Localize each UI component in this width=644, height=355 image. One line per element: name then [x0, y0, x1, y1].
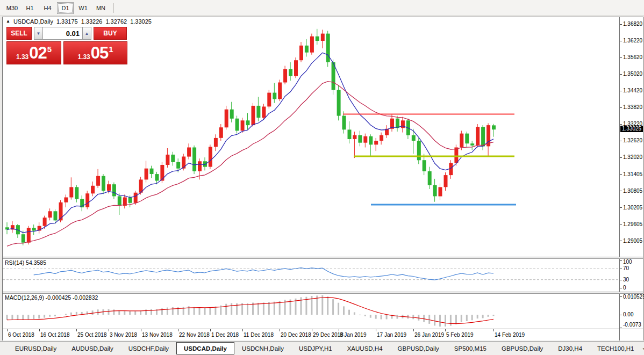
timeframe-button-m30[interactable]: M30: [4, 2, 20, 14]
macd-axis-label: 0.00: [623, 311, 633, 317]
price-axis-tick: [620, 224, 622, 224]
bid-price-major: 1.33: [16, 53, 28, 61]
bid-price-button[interactable]: 1.33 02 5: [6, 41, 61, 64]
symbol-tab-eurusd-daily[interactable]: EURUSD,Daily: [8, 343, 64, 354]
price-axis-label: 1.35020: [623, 71, 642, 77]
symbol-tab-sp500-m15[interactable]: SP500,M15: [447, 343, 494, 354]
date-axis-label: 11 Dec 2018: [244, 332, 274, 338]
symbol-tab-usdcnh-daily[interactable]: USDCNH,Daily: [234, 343, 291, 354]
price-axis-label: 1.29005: [623, 238, 642, 244]
rsi-axis-label: 70: [623, 265, 629, 271]
symbol-tab-gbpusd-daily[interactable]: GBPUSD,Daily: [390, 343, 447, 354]
symbol-tab-dj30-h4[interactable]: DJ30,H4: [550, 343, 590, 354]
price-axis-tick: [620, 207, 622, 208]
date-axis-tick: [39, 329, 40, 331]
macd-axis-tick: [620, 328, 622, 328]
price-axis-label: 1.32620: [623, 137, 642, 143]
macd-axis-label: -0.0073: [623, 322, 641, 328]
ask-price-pips: 05: [91, 45, 108, 61]
price-axis-tick: [620, 191, 622, 191]
symbol-tab-audusd-daily[interactable]: AUDUSD,Daily: [64, 343, 120, 354]
price-axis-tick: [620, 174, 622, 175]
price-axis-label: 1.31405: [623, 171, 642, 177]
date-axis-tick: [413, 329, 414, 331]
one-click-trade-panel: SELL ▼ ▲ BUY 1.33 02 5 1.33 05 1: [6, 27, 130, 64]
symbol-tab-usdcad-daily[interactable]: USDCAD,Daily: [176, 342, 234, 354]
timeframe-button-mn[interactable]: MN: [92, 2, 109, 14]
symbol-tab-tech100-h1[interactable]: TECH100,H1: [590, 343, 641, 354]
volume-decrease-button[interactable]: ▼: [34, 27, 43, 40]
price-axis-tick: [620, 41, 622, 41]
date-axis-label: 16 Oct 2018: [40, 332, 69, 338]
chevron-down-icon: ▼: [37, 31, 41, 36]
volume-increase-button[interactable]: ▲: [82, 27, 91, 40]
date-axis-tick: [312, 329, 312, 331]
sell-button[interactable]: SELL: [6, 27, 32, 40]
symbol-tab-gbpusd-daily[interactable]: GBPUSD,Daily: [494, 343, 550, 354]
date-axis-tick: [141, 329, 141, 331]
date-axis-tick: [7, 329, 8, 331]
price-axis-tick: [620, 57, 622, 58]
date-axis-tick: [445, 329, 446, 331]
date-axis-label: 20 Dec 2018: [281, 332, 311, 338]
rsi-axis: 10070300: [619, 259, 643, 292]
symbol-tab-xauusd-h4[interactable]: XAUUSD,H4: [340, 343, 390, 354]
price-axis-label: 1.32020: [623, 154, 642, 160]
price-axis-label: 1.35620: [623, 54, 642, 60]
chart-close-value: 1.33025: [130, 18, 152, 25]
rsi-label: RSI(14) 54.3585: [5, 259, 46, 266]
rsi-chart[interactable]: [3, 259, 619, 292]
date-axis-label: 6 Oct 2018: [8, 332, 34, 338]
chart-high-value: 1.33226: [81, 18, 103, 25]
date-axis-label: 29 Dec 2018: [313, 332, 344, 338]
symbol-tab-usdjpy-h1[interactable]: USDJPY,H1: [291, 343, 340, 354]
price-axis-label: 1.34420: [623, 88, 642, 93]
price-pane: ▲ USDCAD,Daily 1.33175 1.33226 1.32762 1…: [3, 17, 619, 257]
chart-symbol-title: USDCAD,Daily: [13, 18, 53, 25]
date-axis-label: 22 Nov 2018: [179, 332, 210, 338]
symbol-tab-usdchf-daily[interactable]: USDCHF,Daily: [121, 343, 176, 354]
date-axis-tick: [109, 329, 109, 331]
date-axis-label: 5 Feb 2019: [446, 332, 474, 338]
timeframe-button-d1[interactable]: D1: [57, 2, 74, 14]
ask-price-button[interactable]: 1.33 05 1: [63, 41, 127, 64]
price-axis-tick: [620, 157, 622, 158]
date-axis-tick: [76, 329, 77, 331]
rsi-axis-tick: [620, 280, 622, 280]
volume-input[interactable]: [43, 27, 82, 40]
ask-price-major: 1.33: [77, 53, 90, 61]
date-axis: 6 Oct 201816 Oct 201825 Oct 20183 Nov 20…: [3, 329, 619, 340]
price-axis-tick: [620, 141, 622, 141]
date-axis-label: 1 Dec 2018: [211, 332, 239, 338]
price-axis-label: 1.36820: [623, 21, 642, 27]
rsi-axis-label: 30: [623, 277, 629, 282]
price-axis-label: 1.29605: [623, 221, 642, 227]
collapse-trade-panel-icon[interactable]: ▲: [6, 19, 10, 24]
timeframe-button-w1[interactable]: W1: [75, 2, 91, 14]
date-axis-label: 3 Nov 2018: [110, 332, 137, 338]
timeframe-button-h1[interactable]: H1: [22, 2, 38, 14]
price-axis-tick: [620, 107, 622, 108]
buy-button[interactable]: BUY: [94, 27, 127, 40]
timeframe-button-h4[interactable]: H4: [39, 2, 56, 14]
date-axis-label: 14 Feb 2019: [495, 332, 525, 338]
date-axis-tick: [242, 329, 243, 331]
macd-label: MACD(12,26,9) -0.000425 -0.002832: [5, 294, 98, 301]
rsi-pane: RSI(14) 54.3585: [3, 259, 619, 292]
tab-scroll-left-icon[interactable]: ◄: [641, 346, 644, 351]
chart-title: ▲ USDCAD,Daily 1.33175 1.33226 1.32762 1…: [6, 18, 152, 25]
bid-price-pips: 02: [29, 45, 46, 61]
price-axis-tick: [620, 24, 622, 25]
date-axis-tick: [178, 329, 178, 331]
rsi-axis-tick: [620, 260, 622, 261]
current-price-badge: 1.33025: [620, 126, 643, 132]
timeframe-buttons: M30H1H4D1W1MN: [4, 2, 110, 14]
price-axis-tick: [620, 124, 622, 125]
chart-window: ▲ USDCAD,Daily 1.33175 1.33226 1.32762 1…: [2, 17, 643, 340]
price-axis-label: 1.30205: [623, 205, 642, 211]
date-axis-tick: [493, 329, 494, 331]
chart-open-value: 1.33175: [56, 18, 78, 25]
symbol-tabbar: EURUSD,DailyAUDUSD,DailyUSDCHF,DailyUSDC…: [0, 341, 644, 355]
date-axis-label: 26 Jan 2019: [414, 332, 444, 338]
rsi-axis-tick: [620, 269, 622, 269]
